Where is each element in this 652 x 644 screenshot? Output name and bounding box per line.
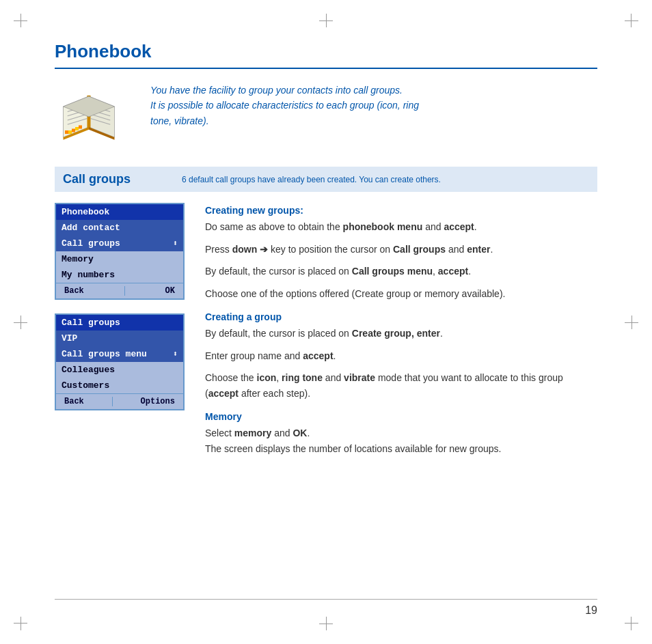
reg-mark-br xyxy=(618,610,638,630)
phonebook-icon xyxy=(55,86,130,150)
cross-bottom xyxy=(319,617,333,630)
cross-top xyxy=(319,14,333,27)
book-svg xyxy=(55,86,123,148)
reg-mark-tl xyxy=(14,14,34,34)
screen-1-menu: Phonebook Add contact Call groups ⬍ Memo… xyxy=(56,204,183,283)
page-number: 19 xyxy=(585,604,597,617)
svg-rect-13 xyxy=(65,130,68,134)
bottom-divider xyxy=(55,599,597,600)
svg-rect-15 xyxy=(72,129,75,132)
para-down-key: Press down ➔ key to position the cursor … xyxy=(205,242,597,257)
svg-rect-14 xyxy=(68,130,72,134)
memory-heading: Memory xyxy=(205,409,597,424)
screen-2-options-btn[interactable]: Options xyxy=(141,397,175,406)
menu-item-memory: Memory xyxy=(56,251,183,267)
screen-1-buttons: Back OK xyxy=(56,283,183,298)
para-create-group: By default, the cursor is placed on Crea… xyxy=(205,326,597,341)
para-group-name: Enter group name and accept. xyxy=(205,348,597,363)
intro-text: You have the facility to group your cont… xyxy=(150,83,597,128)
section-subtitle: 6 default call groups have already been … xyxy=(182,175,441,184)
para-phonebook-menu: Do same as above to obtain the phonebook… xyxy=(205,219,597,234)
screen-2: Call groups VIP Call groups menu ⬍ Colle… xyxy=(55,313,185,410)
menu-item-add-contact: Add contact xyxy=(56,220,183,236)
para-cursor-default: By default, the cursor is placed on Call… xyxy=(205,264,597,279)
screen-2-back-btn[interactable]: Back xyxy=(64,397,84,406)
para-memory-ok: Select memory and OK. The screen display… xyxy=(205,425,597,456)
creating-new-groups-heading: Creating new groups: xyxy=(205,203,597,218)
para-choose-options: Choose one of the options offered (Creat… xyxy=(205,286,597,301)
screen-1: Phonebook Add contact Call groups ⬍ Memo… xyxy=(55,203,185,300)
section-header: Call groups 6 default call groups have a… xyxy=(55,167,597,192)
creating-group-heading: Creating a group xyxy=(205,309,597,324)
svg-rect-17 xyxy=(79,126,82,129)
menu-item-customers: Customers xyxy=(56,378,183,393)
menu-item-phonebook: Phonebook xyxy=(56,204,183,220)
screen-2-menu: Call groups VIP Call groups menu ⬍ Colle… xyxy=(56,315,183,393)
menu-item-call-groups-menu: Call groups menu ⬍ xyxy=(56,346,183,362)
reg-mark-bl xyxy=(14,610,34,630)
para-icon-ringtone: Choose the icon, ring tone and vibrate m… xyxy=(205,370,597,401)
memory-section: Memory Select memory and OK. The screen … xyxy=(205,409,597,456)
creating-new-groups-section: Creating new groups: Do same as above to… xyxy=(205,203,597,301)
menu-item-call-groups-2: Call groups xyxy=(56,315,183,331)
creating-group-section: Creating a group By default, the cursor … xyxy=(205,309,597,401)
menu-item-my-numbers: My numbers xyxy=(56,267,183,283)
section-title: Call groups xyxy=(63,172,165,186)
page-title: Phonebook xyxy=(55,41,597,69)
screen-1-ok-btn[interactable]: OK xyxy=(165,286,175,296)
svg-rect-16 xyxy=(75,127,79,130)
right-column: Creating new groups: Do same as above to… xyxy=(205,203,597,464)
menu-item-colleagues: Colleagues xyxy=(56,362,183,378)
menu-item-call-groups: Call groups ⬍ xyxy=(56,236,183,251)
reg-mark-tr xyxy=(618,14,638,34)
cross-right xyxy=(625,316,638,329)
left-column: Phonebook Add contact Call groups ⬍ Memo… xyxy=(55,203,185,464)
menu-item-vip: VIP xyxy=(56,331,183,346)
screen-1-back-btn[interactable]: Back xyxy=(64,286,84,296)
main-content: Phonebook Add contact Call groups ⬍ Memo… xyxy=(55,203,597,464)
scroll-indicator-2: ⬍ xyxy=(173,349,178,359)
screen-2-buttons: Back Options xyxy=(56,393,183,409)
cross-left xyxy=(14,316,27,329)
intro-section: You have the facility to group your cont… xyxy=(55,83,597,150)
scroll-indicator-1: ⬍ xyxy=(173,238,178,249)
page: Phonebook xyxy=(0,0,652,644)
